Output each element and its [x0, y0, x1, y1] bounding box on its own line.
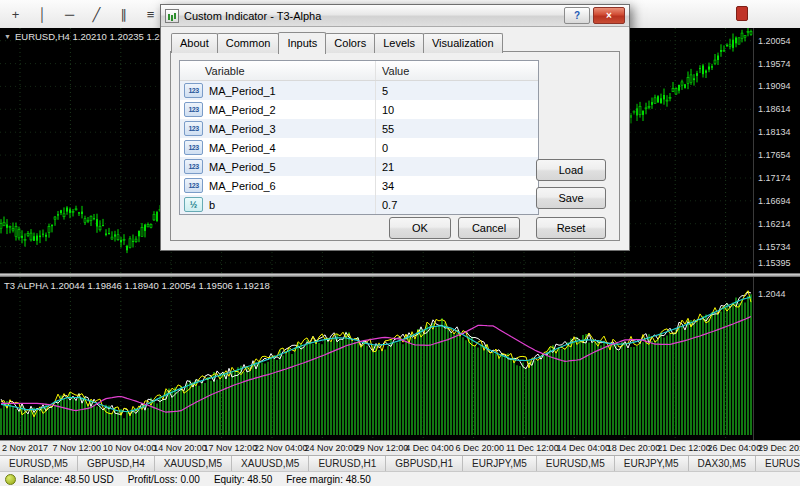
- toolbar-icon[interactable]: [736, 6, 748, 21]
- double-type-icon: ½: [184, 197, 203, 212]
- chart-tab[interactable]: EURUSD,H1: [309, 456, 386, 471]
- chart-tab[interactable]: EURUSD,M5: [756, 456, 800, 471]
- integer-type-icon: 123: [184, 83, 203, 98]
- variable-cell: ½b: [180, 195, 376, 214]
- price-label: 1.18614: [758, 104, 791, 114]
- chart-tab[interactable]: EURUSD,M5: [537, 456, 615, 471]
- custom-indicator-dialog: Custom Indicator - T3-Alpha ? × AboutCom…: [160, 4, 630, 251]
- dialog-title: Custom Indicator - T3-Alpha: [184, 10, 561, 22]
- time-axis[interactable]: 2 Nov 20177 Nov 12:0010 Nov 04:0014 Nov …: [0, 440, 800, 455]
- table-row[interactable]: 123MA_Period_521: [180, 157, 538, 176]
- integer-type-icon: 123: [184, 159, 203, 174]
- connection-status-icon: [5, 474, 16, 485]
- reset-button[interactable]: Reset: [536, 217, 606, 239]
- mt4-window: +│─╱∥≡ ▼ EURUSD,H4 1.20210 1.20235 1.200…: [0, 0, 800, 486]
- price-label: 1.17174: [758, 173, 791, 183]
- variable-value[interactable]: 21: [376, 157, 538, 176]
- table-row[interactable]: ½b0.7: [180, 195, 538, 214]
- table-row[interactable]: 123MA_Period_40: [180, 138, 538, 157]
- variable-value[interactable]: 10: [376, 100, 538, 119]
- chart-tab[interactable]: EURUSD,M5: [0, 456, 78, 471]
- indicator-plot: [0, 277, 753, 440]
- time-label: 7 Nov 12:00: [52, 443, 101, 453]
- variable-cell: 123MA_Period_3: [180, 119, 376, 138]
- price-label: 1.15395: [758, 258, 791, 268]
- horizontal-line-icon[interactable]: ─: [57, 2, 82, 26]
- time-label: 14 Nov 20:00: [153, 443, 207, 453]
- price-label: 1.16214: [758, 219, 791, 229]
- table-row[interactable]: 123MA_Period_634: [180, 176, 538, 195]
- time-label: 21 Dec 12:00: [657, 443, 711, 453]
- dialog-icon: [165, 9, 179, 23]
- chart-tab[interactable]: XAUUSD,M5: [232, 456, 309, 471]
- variable-name: b: [209, 199, 215, 211]
- chart-tab[interactable]: GBPUSD,H1: [386, 456, 463, 471]
- indicator-panel[interactable]: T3 ALPHA 1.20044 1.19846 1.18940 1.20054…: [0, 277, 800, 440]
- chart-tab[interactable]: GBPUSD,H4: [78, 456, 155, 471]
- time-label: 17 Nov 12:00: [204, 443, 258, 453]
- equidistant-channel-icon[interactable]: ∥: [111, 2, 136, 26]
- variable-value[interactable]: 0.7: [376, 195, 538, 214]
- price-label: 1.19574: [758, 59, 791, 69]
- chart-tab[interactable]: XAUUSD,M5: [155, 456, 232, 471]
- help-button[interactable]: ?: [564, 7, 590, 24]
- time-label: 14 Dec 04:00: [556, 443, 610, 453]
- time-label: 6 Dec 20:00: [456, 443, 505, 453]
- variable-name: MA_Period_4: [209, 142, 276, 154]
- variable-name: MA_Period_5: [209, 161, 276, 173]
- variable-name: MA_Period_3: [209, 123, 276, 135]
- variable-name: MA_Period_1: [209, 85, 276, 97]
- price-label: 1.17654: [758, 150, 791, 160]
- indicator-header: T3 ALPHA 1.20044 1.19846 1.18940 1.20054…: [4, 280, 270, 291]
- variable-cell: 123MA_Period_6: [180, 176, 376, 195]
- time-label: 29 Nov 12:00: [355, 443, 409, 453]
- price-axis[interactable]: 1.200541.195741.190941.186141.181341.176…: [753, 28, 800, 273]
- variable-value[interactable]: 5: [376, 81, 538, 100]
- price-label: 1.18134: [758, 127, 791, 137]
- close-icon[interactable]: ×: [593, 7, 625, 24]
- table-row[interactable]: 123MA_Period_210: [180, 100, 538, 119]
- save-button[interactable]: Save: [536, 187, 606, 209]
- tab-common[interactable]: Common: [217, 33, 280, 53]
- integer-type-icon: 123: [184, 102, 203, 117]
- table-row[interactable]: 123MA_Period_355: [180, 119, 538, 138]
- variable-value[interactable]: 0: [376, 138, 538, 157]
- status-segment: Profit/Loss: 0.00: [128, 474, 200, 485]
- line-studies-toolbar: +│─╱∥≡: [2, 2, 164, 26]
- variable-value[interactable]: 55: [376, 119, 538, 138]
- table-row[interactable]: 123MA_Period_15: [180, 81, 538, 100]
- tab-inputs[interactable]: Inputs: [278, 32, 326, 54]
- tab-colors[interactable]: Colors: [325, 33, 375, 53]
- crosshair-icon[interactable]: +: [3, 2, 28, 26]
- tab-levels[interactable]: Levels: [374, 33, 424, 53]
- integer-type-icon: 123: [184, 178, 203, 193]
- chart-tab[interactable]: EURJPY,M5: [463, 456, 537, 471]
- integer-type-icon: 123: [184, 121, 203, 136]
- variable-cell: 123MA_Period_1: [180, 81, 376, 100]
- dialog-titlebar[interactable]: Custom Indicator - T3-Alpha ? ×: [161, 5, 629, 27]
- cancel-button[interactable]: Cancel: [458, 217, 520, 239]
- inputs-tab-page: Variable Value 123MA_Period_15123MA_Peri…: [170, 51, 620, 241]
- vertical-line-icon[interactable]: │: [30, 2, 55, 26]
- chart-tab[interactable]: EURJPY,M5: [615, 456, 689, 471]
- load-button[interactable]: Load: [536, 159, 606, 181]
- status-bar: Balance: 48.50 USDProfit/Loss: 0.00Equit…: [0, 471, 800, 486]
- tab-about[interactable]: About: [171, 33, 218, 53]
- time-label: 18 Dec 20:00: [607, 443, 661, 453]
- status-segment: Equity: 48.50: [214, 474, 272, 485]
- price-label: 1.19094: [758, 81, 791, 91]
- value-column-header: Value: [376, 61, 538, 80]
- chart-tab[interactable]: DAX30,M5: [689, 456, 756, 471]
- toolbar-right-group: [736, 6, 748, 21]
- variable-column-header: Variable: [180, 61, 376, 80]
- symbol-marker-icon: ▼: [4, 33, 11, 40]
- ok-button[interactable]: OK: [389, 217, 451, 239]
- time-label: 10 Nov 04:00: [103, 443, 157, 453]
- table-body: 123MA_Period_15123MA_Period_210123MA_Per…: [180, 81, 538, 214]
- time-label: 24 Nov 20:00: [304, 443, 358, 453]
- parameters-table[interactable]: Variable Value 123MA_Period_15123MA_Peri…: [179, 60, 539, 215]
- tab-visualization[interactable]: Visualization: [423, 33, 503, 53]
- variable-value[interactable]: 34: [376, 176, 538, 195]
- indicator-axis[interactable]: 1.2044: [753, 277, 800, 440]
- trendline-icon[interactable]: ╱: [84, 2, 109, 26]
